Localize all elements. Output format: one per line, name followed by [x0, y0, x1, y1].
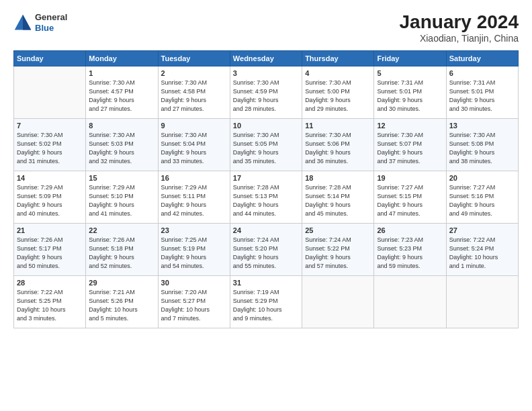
- calendar-cell: [302, 275, 374, 328]
- calendar-week-row: 14Sunrise: 7:29 AM Sunset: 5:09 PM Dayli…: [14, 171, 519, 223]
- calendar-cell: 21Sunrise: 7:26 AM Sunset: 5:17 PM Dayli…: [14, 223, 86, 275]
- day-number: 25: [305, 226, 371, 234]
- day-number: 13: [449, 122, 515, 130]
- day-number: 24: [233, 226, 299, 234]
- calendar-cell: 17Sunrise: 7:28 AM Sunset: 5:13 PM Dayli…: [230, 171, 302, 223]
- day-info: Sunrise: 7:21 AM Sunset: 5:26 PM Dayligh…: [89, 288, 154, 323]
- calendar-week-row: 21Sunrise: 7:26 AM Sunset: 5:17 PM Dayli…: [14, 223, 519, 275]
- calendar-cell: 31Sunrise: 7:19 AM Sunset: 5:29 PM Dayli…: [230, 275, 302, 328]
- calendar-cell: 1Sunrise: 7:30 AM Sunset: 4:57 PM Daylig…: [86, 66, 158, 118]
- day-number: 21: [17, 226, 83, 234]
- day-info: Sunrise: 7:22 AM Sunset: 5:24 PM Dayligh…: [449, 236, 515, 271]
- day-info: Sunrise: 7:19 AM Sunset: 5:29 PM Dayligh…: [233, 288, 299, 323]
- calendar-cell: 15Sunrise: 7:29 AM Sunset: 5:10 PM Dayli…: [86, 171, 158, 223]
- day-number: 31: [233, 279, 299, 287]
- calendar-cell: 8Sunrise: 7:30 AM Sunset: 5:03 PM Daylig…: [86, 118, 158, 171]
- day-number: 9: [161, 122, 227, 130]
- day-info: Sunrise: 7:29 AM Sunset: 5:11 PM Dayligh…: [161, 183, 227, 218]
- day-number: 6: [449, 69, 515, 77]
- calendar-cell: 18Sunrise: 7:28 AM Sunset: 5:14 PM Dayli…: [302, 171, 374, 223]
- calendar-cell: 5Sunrise: 7:31 AM Sunset: 5:01 PM Daylig…: [374, 66, 446, 118]
- calendar-title: January 2024: [400, 12, 519, 33]
- day-info: Sunrise: 7:24 AM Sunset: 5:22 PM Dayligh…: [305, 236, 371, 271]
- day-number: 20: [449, 174, 515, 182]
- day-info: Sunrise: 7:30 AM Sunset: 4:58 PM Dayligh…: [161, 79, 227, 113]
- calendar-cell: [446, 275, 518, 328]
- day-info: Sunrise: 7:23 AM Sunset: 5:23 PM Dayligh…: [377, 236, 443, 271]
- day-number: 17: [233, 174, 299, 182]
- day-number: 11: [305, 122, 371, 130]
- weekday-header: Monday: [86, 50, 158, 66]
- weekday-header: Friday: [374, 50, 446, 66]
- day-info: Sunrise: 7:20 AM Sunset: 5:27 PM Dayligh…: [161, 288, 227, 323]
- day-number: 23: [161, 226, 227, 234]
- calendar-subtitle: Xiaodian, Tianjin, China: [400, 33, 519, 44]
- calendar-cell: [374, 275, 446, 328]
- day-number: 10: [233, 122, 299, 130]
- day-info: Sunrise: 7:26 AM Sunset: 5:17 PM Dayligh…: [17, 236, 83, 271]
- day-number: 18: [305, 174, 371, 182]
- day-info: Sunrise: 7:31 AM Sunset: 5:01 PM Dayligh…: [449, 79, 515, 113]
- day-number: 7: [17, 122, 83, 130]
- day-info: Sunrise: 7:29 AM Sunset: 5:10 PM Dayligh…: [89, 183, 154, 218]
- calendar-cell: 20Sunrise: 7:27 AM Sunset: 5:16 PM Dayli…: [446, 171, 518, 223]
- weekday-header: Saturday: [446, 50, 518, 66]
- header-row: SundayMondayTuesdayWednesdayThursdayFrid…: [14, 50, 519, 66]
- day-info: Sunrise: 7:24 AM Sunset: 5:20 PM Dayligh…: [233, 236, 299, 271]
- day-number: 30: [161, 279, 227, 287]
- calendar-cell: 11Sunrise: 7:30 AM Sunset: 5:06 PM Dayli…: [302, 118, 374, 171]
- day-info: Sunrise: 7:25 AM Sunset: 5:19 PM Dayligh…: [161, 236, 227, 271]
- svg-marker-1: [23, 14, 31, 30]
- day-number: 2: [161, 69, 227, 77]
- day-info: Sunrise: 7:30 AM Sunset: 5:04 PM Dayligh…: [161, 131, 227, 166]
- day-number: 27: [449, 226, 515, 234]
- page: General Blue January 2024 Xiaodian, Tian…: [0, 0, 532, 335]
- day-info: Sunrise: 7:27 AM Sunset: 5:15 PM Dayligh…: [377, 183, 443, 218]
- logo-icon: [13, 13, 32, 32]
- day-info: Sunrise: 7:27 AM Sunset: 5:16 PM Dayligh…: [449, 183, 515, 218]
- day-info: Sunrise: 7:30 AM Sunset: 5:03 PM Dayligh…: [89, 131, 154, 166]
- calendar-cell: [14, 66, 86, 118]
- calendar-cell: 22Sunrise: 7:26 AM Sunset: 5:18 PM Dayli…: [86, 223, 158, 275]
- day-info: Sunrise: 7:28 AM Sunset: 5:13 PM Dayligh…: [233, 183, 299, 218]
- day-info: Sunrise: 7:30 AM Sunset: 5:00 PM Dayligh…: [305, 79, 371, 113]
- calendar-cell: 13Sunrise: 7:30 AM Sunset: 5:08 PM Dayli…: [446, 118, 518, 171]
- day-number: 16: [161, 174, 227, 182]
- calendar-cell: 12Sunrise: 7:30 AM Sunset: 5:07 PM Dayli…: [374, 118, 446, 171]
- day-number: 19: [377, 174, 443, 182]
- calendar-table: SundayMondayTuesdayWednesdayThursdayFrid…: [13, 50, 519, 328]
- day-number: 5: [377, 69, 443, 77]
- day-number: 29: [89, 279, 154, 287]
- title-block: January 2024 Xiaodian, Tianjin, China: [400, 12, 519, 44]
- day-number: 8: [89, 122, 154, 130]
- day-number: 26: [377, 226, 443, 234]
- calendar-cell: 16Sunrise: 7:29 AM Sunset: 5:11 PM Dayli…: [158, 171, 230, 223]
- calendar-cell: 14Sunrise: 7:29 AM Sunset: 5:09 PM Dayli…: [14, 171, 86, 223]
- weekday-header: Wednesday: [230, 50, 302, 66]
- day-info: Sunrise: 7:26 AM Sunset: 5:18 PM Dayligh…: [89, 236, 154, 271]
- calendar-cell: 25Sunrise: 7:24 AM Sunset: 5:22 PM Dayli…: [302, 223, 374, 275]
- day-info: Sunrise: 7:29 AM Sunset: 5:09 PM Dayligh…: [17, 183, 83, 218]
- weekday-header: Sunday: [14, 50, 86, 66]
- day-info: Sunrise: 7:22 AM Sunset: 5:25 PM Dayligh…: [17, 288, 83, 323]
- calendar-cell: 28Sunrise: 7:22 AM Sunset: 5:25 PM Dayli…: [14, 275, 86, 328]
- calendar-cell: 29Sunrise: 7:21 AM Sunset: 5:26 PM Dayli…: [86, 275, 158, 328]
- calendar-cell: 9Sunrise: 7:30 AM Sunset: 5:04 PM Daylig…: [158, 118, 230, 171]
- logo-text: General Blue: [35, 12, 67, 33]
- day-info: Sunrise: 7:30 AM Sunset: 5:07 PM Dayligh…: [377, 131, 443, 166]
- calendar-cell: 30Sunrise: 7:20 AM Sunset: 5:27 PM Dayli…: [158, 275, 230, 328]
- calendar-cell: 24Sunrise: 7:24 AM Sunset: 5:20 PM Dayli…: [230, 223, 302, 275]
- day-info: Sunrise: 7:28 AM Sunset: 5:14 PM Dayligh…: [305, 183, 371, 218]
- day-number: 15: [89, 174, 154, 182]
- header: General Blue January 2024 Xiaodian, Tian…: [13, 12, 519, 44]
- weekday-header: Thursday: [302, 50, 374, 66]
- day-number: 28: [17, 279, 83, 287]
- day-number: 3: [233, 69, 299, 77]
- calendar-cell: 19Sunrise: 7:27 AM Sunset: 5:15 PM Dayli…: [374, 171, 446, 223]
- calendar-cell: 10Sunrise: 7:30 AM Sunset: 5:05 PM Dayli…: [230, 118, 302, 171]
- calendar-week-row: 1Sunrise: 7:30 AM Sunset: 4:57 PM Daylig…: [14, 66, 519, 118]
- calendar-cell: 23Sunrise: 7:25 AM Sunset: 5:19 PM Dayli…: [158, 223, 230, 275]
- day-number: 22: [89, 226, 154, 234]
- day-info: Sunrise: 7:30 AM Sunset: 4:59 PM Dayligh…: [233, 79, 299, 113]
- day-info: Sunrise: 7:30 AM Sunset: 5:06 PM Dayligh…: [305, 131, 371, 166]
